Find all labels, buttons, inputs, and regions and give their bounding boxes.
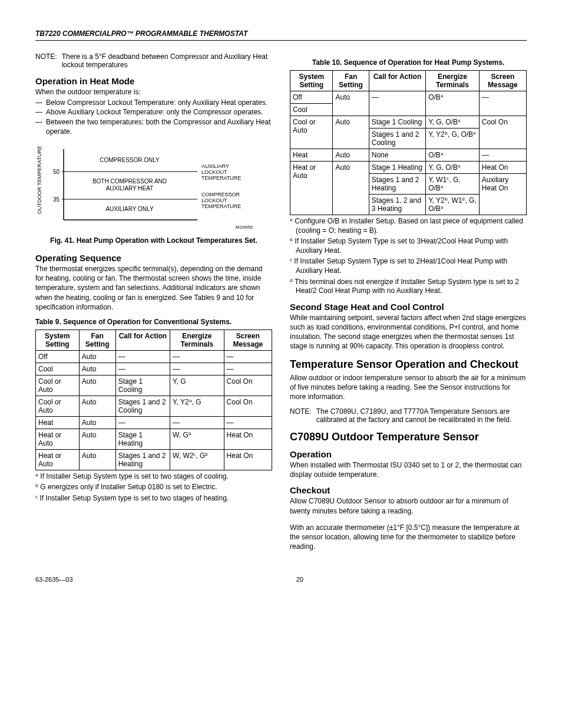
table9-caption: Table 9. Sequence of Operation for Conve…	[35, 318, 272, 326]
th-msg: Screen Message	[224, 330, 272, 350]
op-heat-intro: When the outdoor temperature is:	[35, 87, 272, 97]
svg-text:50: 50	[53, 169, 60, 175]
th-fan: Fan Setting	[79, 330, 115, 350]
table-row: OffAuto———	[36, 350, 272, 363]
t10-footnote-c: ᶜ If Installer Setup System Type is set …	[290, 257, 527, 275]
th-energize: Energize Terminals	[170, 330, 224, 350]
op-seq-paragraph: The thermostat energizes specific termin…	[35, 264, 272, 312]
table-row: HeatAuto———	[36, 416, 272, 429]
svg-text:AUXILIARY: AUXILIARY	[201, 163, 229, 169]
fig41-caption: Fig. 41. Heat Pump Operation with Lockou…	[35, 236, 272, 245]
svg-text:35: 35	[53, 196, 60, 203]
note-deadband: NOTE: There is a 5°F deadband between Co…	[35, 52, 272, 69]
temp-sensor-paragraph: Allow outdoor or indoor temperature sens…	[290, 373, 527, 402]
second-stage-paragraph: While maintaining setpoint, several fact…	[290, 313, 527, 351]
th-sys: System Setting	[290, 71, 333, 91]
heading-checkout: Checkout	[290, 485, 527, 495]
y-axis-label: OUTDOOR TEMPERATURE	[37, 146, 42, 214]
note-text: The C7089U, C7189U, and T7770A Temperatu…	[316, 407, 527, 424]
svg-text:LOCKOUT: LOCKOUT	[201, 169, 227, 175]
heading-c7089u: C7089U Outdoor Temperature Sensor	[290, 431, 527, 443]
svg-text:COMPRESSOR: COMPRESSOR	[201, 192, 240, 197]
operation-paragraph: When installed with Thermostat ISU 0340 …	[290, 460, 527, 479]
table-row: CoolAuto———	[36, 363, 272, 375]
svg-text:AUXILIARY HEAT: AUXILIARY HEAT	[106, 185, 154, 192]
th-fan: Fan Setting	[333, 71, 369, 91]
note-calibration: NOTE: The C7089U, C7189U, and T7770A Tem…	[290, 407, 527, 424]
svg-text:AUXILIARY ONLY: AUXILIARY ONLY	[105, 206, 153, 212]
table-row: Heat or AutoAutoStages 1 and 2 HeatingW,…	[36, 449, 272, 470]
list-item: —Between the two temperatures: both the …	[35, 117, 272, 136]
th-msg: Screen Message	[479, 71, 526, 91]
table-row: Heat or Auto Auto Stage 1 Heating Y, G, …	[290, 162, 527, 174]
svg-text:BOTH COMPRESSOR AND: BOTH COMPRESSOR AND	[92, 178, 167, 185]
table10-caption: Table 10. Sequence of Operation for Heat…	[290, 58, 527, 67]
checkout-paragraph-2: With an accurate thermometer (±1°F [0.5°…	[290, 523, 527, 552]
th-energize: Energize Terminals	[426, 71, 480, 91]
table-row: Heat Auto None O/Bᵃ —	[290, 149, 527, 162]
t10-footnote-b: ᵇ If Installer Setup System Type is set …	[290, 237, 527, 255]
page-footer: 63-2635—03 20	[35, 576, 527, 583]
page-header: TB7220 COMMERCIALPRO™ PROGRAMMABLE THERM…	[35, 29, 527, 41]
t9-footnote-c: ᶜ If Installer Setup System type is set …	[35, 494, 272, 503]
table-row: Cool or AutoAutoStage 1 CoolingY, GCool …	[36, 375, 272, 396]
heading-op-sequence: Operating Sequence	[35, 253, 272, 263]
note-text: There is a 5°F deadband between Compress…	[62, 52, 272, 69]
svg-text:M19950: M19950	[236, 225, 253, 230]
table-row: Cool or Auto Auto Stage 1 Cooling Y, G, …	[290, 116, 527, 129]
table9: System Setting Fan Setting Call for Acti…	[35, 330, 272, 470]
checkout-paragraph-1: Allow C7089U Outdoor Sensor to absorb ou…	[290, 496, 527, 515]
table10: System Setting Fan Setting Call for Acti…	[290, 70, 527, 215]
svg-text:TEMPERATURE: TEMPERATURE	[201, 203, 241, 209]
svg-text:COMPRESSOR ONLY: COMPRESSOR ONLY	[100, 157, 160, 163]
th-sys: System Setting	[36, 330, 80, 350]
t10-footnote-a: ᵃ Configure O/B in Installer Setup. Base…	[290, 217, 527, 235]
list-item: —Below Compressor Lockout Temperature: o…	[35, 98, 272, 107]
left-column: NOTE: There is a 5°F deadband between Co…	[35, 52, 272, 552]
t9-footnote-b: ᵇ G energizes only if Installer Setup 01…	[35, 483, 272, 492]
svg-text:LOCKOUT: LOCKOUT	[201, 197, 227, 203]
t9-footnote-a: ᵃ If Installer Setup System type is set …	[35, 472, 272, 482]
page-number: 20	[296, 576, 303, 583]
doc-number: 63-2635—03	[35, 576, 73, 583]
svg-text:TEMPERATURE: TEMPERATURE	[201, 175, 241, 181]
lockout-diagram: OUTDOOR TEMPERATURE 50 35 COMPRESSOR ONL…	[35, 143, 272, 233]
th-call: Call for Action	[115, 330, 170, 350]
heading-operation: Operation	[290, 449, 527, 459]
heading-temp-sensor-op: Temperature Sensor Operation and Checkou…	[290, 358, 527, 371]
right-column: Table 10. Sequence of Operation for Heat…	[290, 52, 527, 552]
t10-footnote-d: ᵈ This terminal does not energize if Ins…	[290, 278, 527, 296]
heading-op-heat-mode: Operation in Heat Mode	[35, 76, 272, 86]
note-label: NOTE:	[35, 52, 57, 69]
th-call: Call for Action	[369, 71, 425, 91]
note-label: NOTE:	[290, 407, 312, 424]
list-item: —Above Auxiliary Lockout Temperature: on…	[35, 107, 272, 117]
table-row: Cool or AutoAutoStages 1 and 2 CoolingY,…	[36, 396, 272, 416]
table-row: Heat or AutoAutoStage 1 HeatingW, GᵇHeat…	[36, 429, 272, 449]
heading-second-stage: Second Stage Heat and Cool Control	[290, 302, 527, 312]
table-row: Off Auto — O/Bᵃ —	[290, 91, 527, 104]
